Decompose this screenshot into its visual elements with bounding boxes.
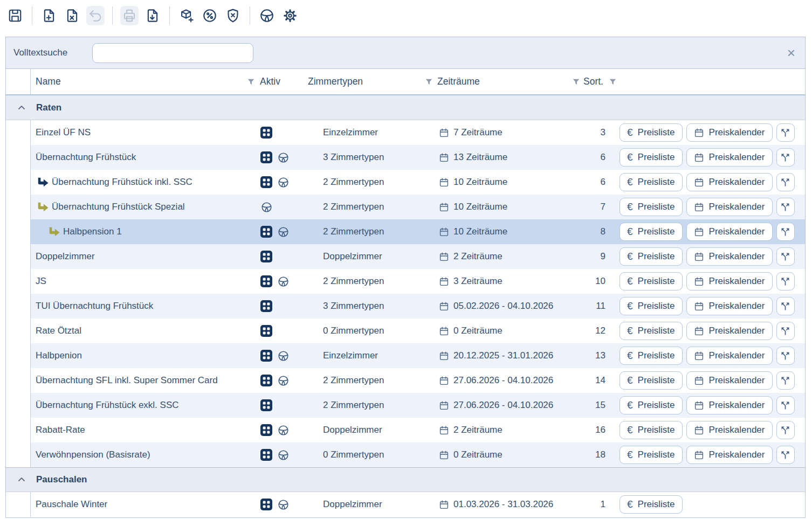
preiskalender-button[interactable]: Preiskalender bbox=[686, 148, 773, 167]
table-row[interactable]: Pauschale Winter Doppelzimmer 01.03.2026… bbox=[6, 492, 805, 517]
sort-cell: 7 bbox=[582, 195, 618, 219]
chevron-up-icon[interactable] bbox=[17, 475, 26, 484]
zimmertypen-cell: 2 Zimmertypen bbox=[302, 269, 435, 294]
preiskalender-button[interactable]: Preiskalender bbox=[686, 223, 773, 241]
derive-rate-button[interactable] bbox=[776, 421, 795, 439]
preiskalender-button[interactable]: Preiskalender bbox=[686, 421, 773, 439]
close-icon[interactable]: × bbox=[785, 46, 797, 60]
preisliste-button[interactable]: €Preisliste bbox=[620, 371, 683, 390]
globe-button[interactable] bbox=[258, 6, 276, 25]
table-row[interactable]: Rate Ötztal 0 Zimmertypen 0 Zeiträume 12… bbox=[6, 319, 805, 343]
chevron-up-icon[interactable] bbox=[17, 475, 26, 484]
filter-funnel-icon[interactable] bbox=[425, 79, 432, 85]
calendar-icon bbox=[694, 276, 704, 287]
filter-funnel-icon[interactable] bbox=[247, 79, 254, 85]
derive-rate-button[interactable] bbox=[776, 272, 795, 290]
table-row[interactable]: Halbpension 1 2 Zimmertypen 10 Zeiträume… bbox=[6, 219, 805, 244]
calendar-icon bbox=[694, 301, 704, 312]
table-row[interactable]: Rabatt-Rate Doppelzimmer 2 Zeiträume 16 … bbox=[6, 418, 805, 442]
preisliste-button[interactable]: €Preisliste bbox=[620, 421, 683, 439]
filter-funnel-icon[interactable] bbox=[609, 79, 616, 85]
table-row[interactable]: Übernachtung Frühstück Spezial 2 Zimmert… bbox=[6, 195, 805, 219]
sort-cell: 12 bbox=[582, 319, 618, 343]
save-button[interactable] bbox=[6, 6, 24, 25]
derive-rate-button[interactable] bbox=[776, 371, 795, 390]
table-row[interactable]: Halbpenion Einzelzimmer 20.12.2025 - 31.… bbox=[6, 343, 805, 368]
euro-icon: € bbox=[627, 325, 633, 337]
preisliste-button[interactable]: €Preisliste bbox=[620, 173, 683, 191]
file-download-button[interactable] bbox=[143, 6, 162, 25]
preiskalender-button[interactable]: Preiskalender bbox=[686, 347, 773, 365]
header-gutter bbox=[6, 69, 31, 94]
package-plus-button[interactable] bbox=[177, 6, 196, 25]
preisliste-button[interactable]: €Preisliste bbox=[620, 446, 683, 464]
derive-rate-button[interactable] bbox=[776, 123, 795, 142]
table-row[interactable]: Einzel ÜF NS Einzelzimmer 7 Zeiträume 3 … bbox=[6, 120, 805, 145]
derive-rate-button[interactable] bbox=[776, 148, 795, 167]
derive-rate-button[interactable] bbox=[776, 173, 795, 191]
derive-rate-button[interactable] bbox=[776, 297, 795, 315]
preisliste-button[interactable]: €Preisliste bbox=[620, 247, 683, 266]
zeitraeume-cell: 0 Zeiträume bbox=[435, 319, 582, 343]
chevron-up-icon[interactable] bbox=[17, 103, 26, 112]
chevron-up-icon[interactable] bbox=[17, 103, 26, 112]
calendar-icon bbox=[694, 450, 704, 460]
preisliste-button[interactable]: €Preisliste bbox=[620, 495, 683, 514]
preiskalender-button[interactable]: Preiskalender bbox=[686, 123, 773, 142]
derive-rate-button[interactable] bbox=[776, 198, 795, 216]
gear-button[interactable] bbox=[281, 6, 299, 25]
preiskalender-button[interactable]: Preiskalender bbox=[686, 173, 773, 191]
shield-x-button[interactable] bbox=[224, 6, 242, 25]
table-row[interactable]: JS 2 Zimmertypen 3 Zeiträume 10 €Preisli… bbox=[6, 269, 805, 294]
preiskalender-button[interactable]: Preiskalender bbox=[686, 396, 773, 414]
derive-rate-button[interactable] bbox=[776, 347, 795, 365]
preisliste-button[interactable]: €Preisliste bbox=[620, 347, 683, 365]
zimmertypen-cell: 3 Zimmertypen bbox=[302, 294, 435, 319]
row-gutter bbox=[6, 294, 31, 319]
table-row[interactable]: Übernachtung Frühstück 3 Zimmertypen 13 … bbox=[6, 145, 805, 170]
calendar-icon bbox=[439, 301, 449, 312]
preisliste-button[interactable]: €Preisliste bbox=[620, 322, 683, 340]
preisliste-button[interactable]: €Preisliste bbox=[620, 123, 683, 142]
group-row[interactable]: Raten bbox=[6, 95, 805, 120]
header-zimmertypen: Zimmertypen bbox=[302, 69, 435, 94]
percent-badge-button[interactable] bbox=[201, 6, 219, 25]
table-row[interactable]: Übernachtung SFL inkl. Super Sommer Card… bbox=[6, 368, 805, 393]
rate-name: Rabatt-Rate bbox=[36, 425, 85, 435]
preisliste-button[interactable]: €Preisliste bbox=[620, 272, 683, 290]
file-x-button[interactable] bbox=[63, 6, 81, 25]
row-gutter bbox=[6, 343, 31, 368]
group-row[interactable]: Pauschalen bbox=[6, 467, 805, 492]
derive-rate-button[interactable] bbox=[776, 396, 795, 414]
filter-funnel-icon[interactable] bbox=[573, 79, 580, 85]
table-row[interactable]: Übernachtung Frühstück inkl. SSC 2 Zimme… bbox=[6, 170, 805, 195]
preisliste-button[interactable]: €Preisliste bbox=[620, 148, 683, 167]
table-row[interactable]: Übernachtung Frühstück exkl. SSC 2 Zimme… bbox=[6, 393, 805, 418]
table-row[interactable]: Doppelzimmer Doppelzimmer 2 Zeiträume 9 … bbox=[6, 244, 805, 269]
preiskalender-button[interactable]: Preiskalender bbox=[686, 198, 773, 216]
derive-rate-button[interactable] bbox=[776, 223, 795, 241]
preiskalender-button[interactable]: Preiskalender bbox=[686, 322, 773, 340]
actions-cell: €PreislistePreiskalender bbox=[618, 170, 805, 195]
group-label: Pauschalen bbox=[36, 474, 87, 485]
fulltext-search-input[interactable] bbox=[92, 43, 253, 63]
file-plus-button[interactable] bbox=[40, 6, 58, 25]
preisliste-button[interactable]: €Preisliste bbox=[620, 297, 683, 315]
preisliste-button[interactable]: €Preisliste bbox=[620, 223, 683, 241]
printer-button[interactable] bbox=[120, 6, 139, 25]
preisliste-button[interactable]: €Preisliste bbox=[620, 198, 683, 216]
preiskalender-button[interactable]: Preiskalender bbox=[686, 247, 773, 266]
preisliste-button[interactable]: €Preisliste bbox=[620, 396, 683, 414]
derive-rate-button[interactable] bbox=[776, 446, 795, 464]
undo-button[interactable] bbox=[86, 6, 105, 25]
table-row[interactable]: Verwöhnpension (Basisrate) 0 Zimmertypen… bbox=[6, 442, 805, 467]
preiskalender-button[interactable]: Preiskalender bbox=[686, 272, 773, 290]
derive-rate-button[interactable] bbox=[776, 247, 795, 266]
actions-cell: €PreislistePreiskalender bbox=[618, 442, 805, 467]
derive-rate-button[interactable] bbox=[776, 322, 795, 340]
preiskalender-button[interactable]: Preiskalender bbox=[686, 371, 773, 390]
preiskalender-button[interactable]: Preiskalender bbox=[686, 297, 773, 315]
table-row[interactable]: TUI Übernachtung Frühstück 3 Zimmertypen… bbox=[6, 294, 805, 319]
preiskalender-button[interactable]: Preiskalender bbox=[686, 446, 773, 464]
channels-grid-icon bbox=[260, 449, 272, 461]
